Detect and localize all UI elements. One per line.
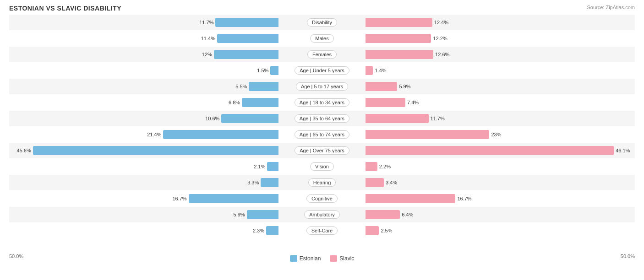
bar-value-left: 5.9% (230, 212, 245, 217)
axis-left: 50.0% (9, 253, 23, 262)
bar-value-left: 10.6% (205, 116, 219, 121)
center-label-wrap: Ambulatory (278, 210, 366, 219)
axis-right: 50.0% (621, 253, 635, 262)
right-section: 2.2% (366, 159, 635, 174)
left-section: 3.3% (9, 175, 278, 190)
source-text: Source: ZipAtlas.com (587, 5, 635, 10)
bar-value-left: 3.3% (244, 180, 259, 185)
bar-blue (261, 178, 278, 187)
center-label-wrap: Age | 35 to 64 years (278, 114, 366, 123)
center-label-wrap: Age | Under 5 years (278, 66, 366, 75)
right-section: 7.4% (366, 95, 635, 110)
left-section: 11.7% (9, 15, 278, 30)
chart-title: ESTONIAN VS SLAVIC DISABILITY (9, 5, 635, 12)
bar-value-right: 2.2% (379, 164, 394, 169)
bar-value-left: 16.7% (172, 196, 187, 201)
bar-blue (247, 210, 278, 219)
center-label: Hearing (308, 178, 336, 187)
bar-value-right: 46.1% (616, 148, 630, 153)
bar-value-right: 12.6% (435, 52, 450, 57)
center-label-wrap: Hearing (278, 178, 366, 187)
legend-item-estonian: Estonian (290, 255, 321, 262)
bar-blue (33, 146, 278, 155)
bar-value-left: 5.5% (232, 84, 247, 89)
center-label: Age | 35 to 64 years (295, 114, 349, 123)
bar-pink (366, 146, 614, 155)
bar-pink (366, 98, 405, 107)
center-label: Self-Care (306, 226, 338, 235)
bar-blue (266, 226, 278, 235)
bar-value-left: 11.4% (201, 36, 215, 41)
left-section: 11.4% (9, 31, 278, 46)
legend-item-slavic: Slavic (330, 255, 354, 262)
bar-row: 10.6%Age | 35 to 64 years11.7% (9, 111, 635, 126)
bar-value-right: 1.4% (375, 68, 389, 73)
bar-blue (215, 18, 278, 27)
bar-row: 5.9%Ambulatory6.4% (9, 207, 635, 222)
bar-pink (366, 50, 433, 59)
center-label: Age | 18 to 34 years (295, 98, 349, 107)
center-label: Females (307, 50, 337, 59)
bar-pink (366, 66, 373, 75)
center-label: Cognitive (306, 194, 338, 203)
left-section: 2.3% (9, 223, 278, 238)
bar-row: 11.4%Males12.2% (9, 31, 635, 46)
bar-pink (366, 18, 432, 27)
left-section: 5.9% (9, 207, 278, 222)
right-section: 1.4% (366, 63, 635, 78)
bar-pink (366, 210, 400, 219)
bar-value-right: 12.2% (433, 36, 448, 41)
center-label: Vision (310, 162, 334, 171)
bar-value-right: 7.4% (407, 100, 422, 105)
legend-box-estonian (290, 255, 297, 262)
legend-label-slavic: Slavic (339, 255, 354, 262)
bar-pink (366, 130, 489, 139)
left-section: 16.7% (9, 191, 278, 206)
left-section: 5.5% (9, 79, 278, 94)
chart-container: ESTONIAN VS SLAVIC DISABILITY Source: Zi… (0, 0, 644, 280)
bar-value-right: 23% (491, 132, 506, 137)
left-section: 10.6% (9, 111, 278, 126)
right-section: 5.9% (366, 79, 635, 94)
center-label: Age | Under 5 years (295, 66, 349, 75)
bar-value-right: 2.5% (381, 228, 395, 233)
bar-pink (366, 82, 397, 91)
center-label-wrap: Disability (278, 18, 366, 27)
bar-value-left: 45.6% (16, 148, 31, 153)
center-label-wrap: Cognitive (278, 194, 366, 203)
center-label-wrap: Self-Care (278, 226, 366, 235)
bar-value-right: 5.9% (399, 84, 414, 89)
bar-blue (217, 34, 278, 43)
right-section: 3.4% (366, 175, 635, 190)
bar-value-right: 12.4% (434, 20, 449, 25)
left-section: 12% (9, 47, 278, 62)
axis-labels: 50.0% Estonian Slavic 50.0% (9, 253, 635, 262)
legend-box-slavic (330, 255, 337, 262)
bar-row: 1.5%Age | Under 5 years1.4% (9, 63, 635, 78)
center-label-wrap: Age | Over 75 years (278, 146, 366, 155)
center-label-wrap: Vision (278, 162, 366, 171)
bar-blue (270, 66, 278, 75)
bar-pink (366, 178, 384, 187)
bar-blue (221, 114, 278, 123)
bar-pink (366, 226, 379, 235)
left-section: 2.1% (9, 159, 278, 174)
left-section: 6.8% (9, 95, 278, 110)
right-section: 12.6% (366, 47, 635, 62)
bar-pink (366, 114, 429, 123)
bar-value-left: 6.8% (225, 100, 240, 105)
bar-blue (189, 194, 278, 203)
bar-blue (163, 130, 278, 139)
bar-row: 6.8%Age | 18 to 34 years7.4% (9, 95, 635, 110)
chart-area: 11.7%Disability12.4%11.4%Males12.2%12%Fe… (9, 15, 635, 253)
left-section: 45.6% (9, 143, 278, 158)
bar-row: 3.3%Hearing3.4% (9, 175, 635, 190)
center-label: Males (310, 34, 333, 43)
center-label-wrap: Females (278, 50, 366, 59)
bar-value-right: 11.7% (431, 116, 445, 121)
bar-value-left: 2.3% (250, 228, 264, 233)
right-section: 2.5% (366, 223, 635, 238)
bar-row: 5.5%Age | 5 to 17 years5.9% (9, 79, 635, 94)
center-label-wrap: Age | 65 to 74 years (278, 130, 366, 139)
bar-row: 2.3%Self-Care2.5% (9, 223, 635, 238)
